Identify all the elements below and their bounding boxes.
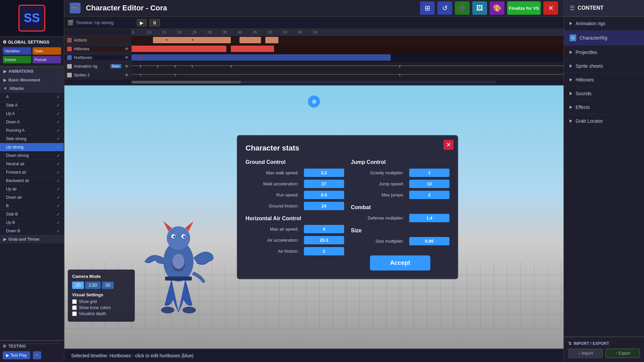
max-walk-speed-value[interactable]: 3.2 <box>304 169 344 177</box>
track-content-sprites2[interactable] <box>131 71 564 79</box>
visualize-depth-checkbox[interactable] <box>72 311 77 316</box>
ground-control-title: Ground Control <box>246 159 344 165</box>
timeline-play-button[interactable]: ▶ <box>137 19 147 26</box>
anim-item-side-b[interactable]: Side B ✓ <box>0 210 64 218</box>
sidebar-item-projectiles[interactable]: Projectiles <box>564 46 644 59</box>
track-content-hitboxes[interactable] <box>131 45 564 53</box>
tool-add-button[interactable]: ➕ <box>455 1 470 15</box>
dialog-close-button[interactable]: ✕ <box>443 140 453 150</box>
accept-button[interactable]: Accept <box>370 255 430 270</box>
group-basic-movement[interactable]: ▶ Basic Movement <box>0 76 64 84</box>
anim-item-up-air[interactable]: Up air ✓ <box>0 185 64 193</box>
portrait-button[interactable]: Portrait <box>33 56 61 63</box>
tool-grid-button[interactable]: ⊞ <box>420 1 435 15</box>
close-button[interactable]: ✕ <box>543 1 558 15</box>
anim-item-running-a[interactable]: Running A ✓ <box>0 126 64 134</box>
testing-secondary-button[interactable]: 🎮 <box>33 351 41 359</box>
size-multiplier-value[interactable]: 0.85 <box>409 237 449 245</box>
viewport-center-icon[interactable]: ⊕ <box>308 96 320 108</box>
anim-rig-eye-icon[interactable]: 👁 <box>125 64 129 69</box>
hurtboxes-eye-icon[interactable]: 👁 <box>125 55 129 60</box>
sidebar-item-hitboxes[interactable]: Hitboxes <box>564 73 644 87</box>
finalize-button[interactable]: Finalize for VS <box>507 1 541 15</box>
ruler-tick-10: 10 <box>147 29 162 36</box>
timeline-scrollbar[interactable] <box>131 81 241 83</box>
ruler-tick-45: 45 <box>252 29 267 36</box>
ruler-tick-50: 50 <box>267 29 282 36</box>
status-text: Selected timeline: Hurtboxes - click to … <box>71 353 194 358</box>
animation-list: ▶ Basic Movement ▼ Attacks A ✓ Side A ✓ … <box>0 76 64 340</box>
testing-section: ⚙ TESTING ▶ Test Play 🎮 <box>0 340 64 362</box>
variables-button[interactable]: Variables <box>3 47 31 55</box>
ruler-tick-65: 65 <box>313 29 328 36</box>
track-content-anim-rig[interactable] <box>131 62 564 71</box>
show-grid-row[interactable]: Show grid <box>72 299 130 304</box>
sidebar-item-animation-rigs[interactable]: Animation rigs <box>564 17 644 31</box>
anim-item-down-strong[interactable]: Down strong ✓ <box>0 151 64 160</box>
left-sidebar: ⚙ GLOBAL SETTINGS Variables Stats Events… <box>0 0 64 362</box>
tool-palette-button[interactable]: 🎨 <box>490 1 504 15</box>
max-air-speed-value[interactable]: 4 <box>304 225 344 233</box>
anim-item-b[interactable]: B ✓ <box>0 201 64 210</box>
timeline-pause-button[interactable]: ⏸ <box>149 19 160 26</box>
header-tools: ⊞ ↺ ➕ 🖼 🎨 Finalize for VS ✕ <box>420 1 558 15</box>
ruler-tick-40: 40 <box>237 29 252 36</box>
track-content-actions[interactable] <box>131 36 564 45</box>
bake-button[interactable]: Bake <box>110 64 121 68</box>
max-jumps-value[interactable]: 2 <box>409 191 449 199</box>
defense-multiplier-value[interactable]: 1.4 <box>409 214 449 222</box>
tool-image-button[interactable]: 🖼 <box>472 1 487 15</box>
anim-item-down-a[interactable]: Down A ✓ <box>0 118 64 126</box>
track-content-hurtboxes[interactable] <box>131 53 564 62</box>
tool-refresh-button[interactable]: ↺ <box>437 1 452 15</box>
viewport[interactable]: ⊕ <box>64 85 564 349</box>
anim-item-up-strong[interactable]: Up strong ✓ <box>0 143 64 151</box>
show-bone-colors-row[interactable]: Show bone colors <box>72 305 130 310</box>
anim-item-down-b[interactable]: Down B ✓ <box>0 227 64 235</box>
group-attacks[interactable]: ▼ Attacks <box>0 84 64 93</box>
gravity-multiplier-value[interactable]: 1 <box>409 169 449 177</box>
visualize-depth-row[interactable]: Visualize depth <box>72 311 130 316</box>
sidebar-item-character-rig[interactable]: ⊙ CharacterRig <box>564 31 644 46</box>
camera-visual-overlay: Camera Mode 2D 2.5D 3D Visual Settings S… <box>68 269 135 322</box>
sidebar-item-sounds[interactable]: Sounds <box>564 87 644 101</box>
combat-title: Combat <box>351 204 449 210</box>
import-button[interactable]: ↓ Import <box>568 349 603 358</box>
sidebar-item-sprite-sheets[interactable]: Sprite sheets <box>564 59 644 73</box>
walk-acceleration-value[interactable]: 37 <box>304 180 344 188</box>
right-sidebar-title: CONTENT <box>578 5 603 11</box>
cam-3d-button[interactable]: 3D <box>102 282 114 289</box>
svg-point-10 <box>161 307 174 313</box>
show-grid-checkbox[interactable] <box>72 299 77 304</box>
jump-speed-value[interactable]: 10 <box>409 180 449 188</box>
global-settings-title: ⚙ GLOBAL SETTINGS <box>3 40 61 45</box>
hitboxes-eye-icon[interactable]: 👁 <box>125 47 129 51</box>
import-export-icon: ⇅ <box>568 341 572 346</box>
ground-friction-value[interactable]: 24 <box>304 202 344 210</box>
sidebar-item-effects[interactable]: Effects <box>564 101 644 114</box>
cam-2d-button[interactable]: 2D <box>72 282 84 289</box>
sidebar-item-grab-locator[interactable]: Grab Locator <box>564 114 644 128</box>
events-button[interactable]: Events <box>3 56 31 63</box>
anim-item-a[interactable]: A ✓ <box>0 93 64 101</box>
run-speed-value[interactable]: 6.5 <box>304 191 344 199</box>
sprites2-eye-icon[interactable]: 👁 <box>125 73 129 77</box>
animations-section-header: ▶ ANIMATIONS <box>0 67 64 76</box>
anim-item-forward-air[interactable]: Forward air ✓ <box>0 168 64 176</box>
anim-item-down-air[interactable]: Down air ✓ <box>0 193 64 201</box>
stat-air-friction: Air friction: 2 <box>246 247 344 255</box>
anim-item-backward-air[interactable]: Backward air ✓ <box>0 176 64 185</box>
anim-item-up-b[interactable]: Up B ✓ <box>0 218 64 227</box>
export-button[interactable]: ↑ Export <box>605 349 640 358</box>
test-play-button[interactable]: ▶ Test Play <box>3 351 30 359</box>
anim-item-neutral-air[interactable]: Neutral air ✓ <box>0 160 64 168</box>
show-bone-colors-checkbox[interactable] <box>72 305 77 310</box>
anim-item-side-a[interactable]: Side A ✓ <box>0 101 64 109</box>
group-grab-and-throw[interactable]: ▶ Grab and Throw <box>0 235 64 243</box>
cam-25d-button[interactable]: 2.5D <box>85 282 100 289</box>
anim-item-up-a[interactable]: Up A ✓ <box>0 109 64 118</box>
air-acceleration-value[interactable]: 25.5 <box>304 236 344 244</box>
anim-item-side-strong[interactable]: Side strong ✓ <box>0 134 64 143</box>
air-friction-value[interactable]: 2 <box>304 247 344 255</box>
stats-button[interactable]: Stats <box>33 47 61 55</box>
